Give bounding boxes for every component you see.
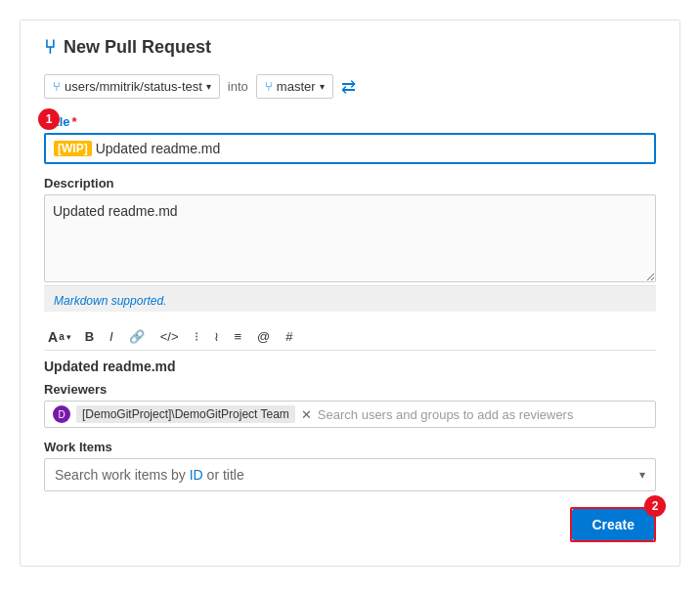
reviewer-remove-icon[interactable]: ✕ (301, 407, 312, 422)
source-branch-label: users/mmitrik/status-test (65, 79, 202, 94)
work-items-label: Work Items (44, 440, 656, 454)
indent-tool[interactable]: ≡ (229, 327, 248, 346)
title-input[interactable] (96, 141, 646, 156)
branch-row: ⑂ users/mmitrik/status-test ▾ into ⑂ mas… (44, 74, 656, 99)
work-items-search[interactable]: Search work items by ID or title ▾ (44, 458, 656, 491)
italic-tool[interactable]: I (104, 327, 119, 346)
step-2-badge: 2 (644, 495, 666, 517)
step-1-badge: 1 (38, 108, 60, 130)
source-branch-selector[interactable]: ⑂ users/mmitrik/status-test ▾ (44, 74, 220, 99)
target-branch-label: master (277, 79, 316, 94)
create-button-outline: Create (570, 507, 656, 542)
target-branch-selector[interactable]: ⑂ master ▾ (256, 74, 333, 99)
footer-row: 2 Create (44, 507, 656, 542)
create-button[interactable]: Create (572, 509, 654, 540)
ordered-list-tool[interactable]: ≀ (208, 327, 225, 346)
mention-tool[interactable]: @ (251, 327, 276, 346)
editor-toolbar: Aa ▾ B I 🔗 </> ⁝ ≀ ≡ @ # (44, 323, 656, 351)
title-input-wrapper: [WIP] (44, 133, 656, 164)
link-tool[interactable]: 🔗 (123, 327, 151, 346)
source-branch-chevron-icon: ▾ (206, 81, 211, 92)
wip-badge: [WIP] (54, 141, 92, 156)
pr-icon: ⑂ (44, 36, 56, 59)
font-size-chevron-icon: ▾ (66, 332, 71, 342)
description-textarea[interactable]: Updated readme.md (44, 194, 656, 282)
swap-branches-icon[interactable]: ⇄ (341, 76, 356, 98)
commit-text: Updated readme.md (44, 359, 656, 374)
source-branch-icon: ⑂ (53, 79, 61, 94)
work-items-chevron-icon: ▾ (639, 468, 645, 482)
bold-tool[interactable]: B (79, 327, 100, 346)
font-size-tool[interactable]: Aa ▾ (44, 328, 75, 346)
target-branch-icon: ⑂ (265, 79, 273, 94)
page-title: ⑂ New Pull Request (44, 36, 656, 59)
unordered-list-tool[interactable]: ⁝ (189, 327, 204, 346)
title-field-section: Title* 1 [WIP] (44, 114, 656, 164)
work-items-section: Work Items Search work items by ID or ti… (44, 440, 656, 491)
reviewers-section: Reviewers D [DemoGitProject]\DemoGitProj… (44, 382, 656, 428)
markdown-note: Markdown supported. (50, 292, 170, 310)
reviewer-avatar: D (53, 405, 70, 423)
title-label: Title* 1 (44, 114, 656, 129)
reviewers-input[interactable]: D [DemoGitProject]\DemoGitProject Team ✕… (44, 401, 656, 428)
hashtag-tool[interactable]: # (280, 327, 298, 346)
description-label: Description (44, 176, 656, 191)
reviewer-tag: [DemoGitProject]\DemoGitProject Team (76, 405, 295, 423)
target-branch-chevron-icon: ▾ (320, 81, 325, 92)
reviewers-label: Reviewers (44, 382, 656, 397)
into-label: into (228, 79, 248, 94)
new-pull-request-page: ⑂ New Pull Request ⑂ users/mmitrik/statu… (20, 20, 680, 567)
code-tool[interactable]: </> (154, 327, 185, 346)
reviewer-search-placeholder: Search users and groups to add as review… (318, 407, 647, 422)
work-items-placeholder: Search work items by ID or title (55, 467, 244, 483)
description-field-section: Description Updated readme.md Markdown s… (44, 176, 656, 312)
create-button-wrapper: 2 Create (570, 507, 656, 542)
